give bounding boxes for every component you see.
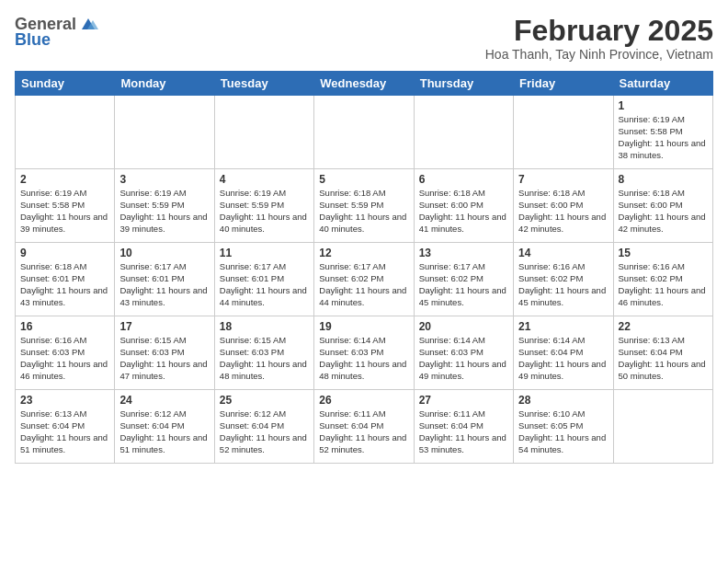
day-number: 13: [419, 247, 508, 259]
day-info: Sunrise: 6:17 AM Sunset: 6:02 PM Dayligh…: [319, 261, 408, 308]
day-info: Sunrise: 6:17 AM Sunset: 6:02 PM Dayligh…: [419, 261, 508, 308]
day-info: Sunrise: 6:15 AM Sunset: 6:03 PM Dayligh…: [119, 335, 209, 382]
day-info: Sunrise: 6:16 AM Sunset: 6:03 PM Dayligh…: [20, 335, 109, 382]
calendar-cell: 27Sunrise: 6:11 AM Sunset: 6:04 PM Dayli…: [414, 390, 513, 464]
title-block: February 2025 Hoa Thanh, Tay Ninh Provin…: [485, 15, 713, 62]
calendar-cell: 3Sunrise: 6:19 AM Sunset: 5:59 PM Daylig…: [115, 169, 214, 243]
calendar-cell: 10Sunrise: 6:17 AM Sunset: 6:01 PM Dayli…: [115, 243, 214, 316]
calendar-cell: 2Sunrise: 6:19 AM Sunset: 5:58 PM Daylig…: [16, 169, 115, 243]
day-number: 10: [119, 247, 209, 259]
day-info: Sunrise: 6:17 AM Sunset: 6:01 PM Dayligh…: [119, 261, 209, 308]
day-info: Sunrise: 6:19 AM Sunset: 5:59 PM Dayligh…: [119, 188, 209, 235]
day-number: 2: [20, 173, 109, 186]
day-number: 23: [20, 394, 109, 407]
day-number: 25: [220, 394, 309, 407]
week-row-2: 2Sunrise: 6:19 AM Sunset: 5:58 PM Daylig…: [16, 169, 713, 243]
day-number: 3: [119, 173, 209, 186]
calendar-cell: 16Sunrise: 6:16 AM Sunset: 6:03 PM Dayli…: [16, 316, 115, 390]
week-row-1: 1Sunrise: 6:19 AM Sunset: 5:58 PM Daylig…: [16, 96, 713, 169]
calendar-cell: 25Sunrise: 6:12 AM Sunset: 6:04 PM Dayli…: [214, 390, 313, 464]
logo: General Blue: [15, 15, 98, 50]
calendar-cell: 15Sunrise: 6:16 AM Sunset: 6:02 PM Dayli…: [613, 243, 712, 316]
calendar-cell: 24Sunrise: 6:12 AM Sunset: 6:04 PM Dayli…: [115, 390, 214, 464]
day-info: Sunrise: 6:15 AM Sunset: 6:03 PM Dayligh…: [220, 335, 309, 382]
day-info: Sunrise: 6:19 AM Sunset: 5:58 PM Dayligh…: [20, 188, 109, 235]
calendar-cell: [613, 390, 712, 464]
weekday-header-monday: Monday: [115, 72, 214, 96]
day-info: Sunrise: 6:16 AM Sunset: 6:02 PM Dayligh…: [518, 261, 608, 308]
calendar-cell: 26Sunrise: 6:11 AM Sunset: 6:04 PM Dayli…: [314, 390, 414, 464]
weekday-header-wednesday: Wednesday: [314, 72, 414, 96]
calendar-cell: 28Sunrise: 6:10 AM Sunset: 6:05 PM Dayli…: [514, 390, 613, 464]
day-number: 8: [619, 173, 708, 186]
day-number: 5: [319, 173, 408, 186]
calendar-cell: [414, 96, 513, 169]
calendar-cell: 11Sunrise: 6:17 AM Sunset: 6:01 PM Dayli…: [214, 243, 313, 316]
weekday-header-row: SundayMondayTuesdayWednesdayThursdayFrid…: [16, 72, 713, 96]
day-number: 9: [20, 247, 109, 259]
day-info: Sunrise: 6:14 AM Sunset: 6:03 PM Dayligh…: [419, 335, 508, 382]
day-info: Sunrise: 6:19 AM Sunset: 5:58 PM Dayligh…: [619, 114, 708, 161]
week-row-5: 23Sunrise: 6:13 AM Sunset: 6:04 PM Dayli…: [16, 390, 713, 464]
day-number: 15: [619, 247, 708, 259]
day-number: 1: [619, 99, 708, 112]
calendar-cell: 14Sunrise: 6:16 AM Sunset: 6:02 PM Dayli…: [514, 243, 613, 316]
day-number: 16: [20, 320, 109, 333]
calendar-cell: 21Sunrise: 6:14 AM Sunset: 6:04 PM Dayli…: [514, 316, 613, 390]
calendar-cell: 1Sunrise: 6:19 AM Sunset: 5:58 PM Daylig…: [613, 96, 712, 169]
day-info: Sunrise: 6:14 AM Sunset: 6:04 PM Dayligh…: [518, 335, 608, 382]
weekday-header-sunday: Sunday: [16, 72, 115, 96]
day-info: Sunrise: 6:10 AM Sunset: 6:05 PM Dayligh…: [518, 408, 608, 455]
calendar-cell: 5Sunrise: 6:18 AM Sunset: 5:59 PM Daylig…: [314, 169, 414, 243]
day-info: Sunrise: 6:17 AM Sunset: 6:01 PM Dayligh…: [220, 261, 309, 308]
calendar-cell: 17Sunrise: 6:15 AM Sunset: 6:03 PM Dayli…: [115, 316, 214, 390]
day-info: Sunrise: 6:12 AM Sunset: 6:04 PM Dayligh…: [119, 408, 209, 455]
calendar-cell: 4Sunrise: 6:19 AM Sunset: 5:59 PM Daylig…: [214, 169, 313, 243]
day-info: Sunrise: 6:13 AM Sunset: 6:04 PM Dayligh…: [20, 408, 109, 455]
day-number: 22: [619, 320, 708, 333]
week-row-4: 16Sunrise: 6:16 AM Sunset: 6:03 PM Dayli…: [16, 316, 713, 390]
calendar-cell: 6Sunrise: 6:18 AM Sunset: 6:00 PM Daylig…: [414, 169, 513, 243]
calendar-cell: 7Sunrise: 6:18 AM Sunset: 6:00 PM Daylig…: [514, 169, 613, 243]
logo-blue-text: Blue: [15, 30, 51, 50]
day-info: Sunrise: 6:13 AM Sunset: 6:04 PM Dayligh…: [619, 335, 708, 382]
day-info: Sunrise: 6:14 AM Sunset: 6:03 PM Dayligh…: [319, 335, 408, 382]
page-header: General Blue February 2025 Hoa Thanh, Ta…: [15, 15, 713, 62]
day-number: 6: [419, 173, 508, 186]
logo-icon: [78, 17, 98, 33]
day-info: Sunrise: 6:18 AM Sunset: 6:00 PM Dayligh…: [619, 188, 708, 235]
calendar-cell: 12Sunrise: 6:17 AM Sunset: 6:02 PM Dayli…: [314, 243, 414, 316]
calendar-cell: 13Sunrise: 6:17 AM Sunset: 6:02 PM Dayli…: [414, 243, 513, 316]
day-number: 14: [518, 247, 608, 259]
day-number: 12: [319, 247, 408, 259]
day-number: 17: [119, 320, 209, 333]
day-number: 7: [518, 173, 608, 186]
weekday-header-tuesday: Tuesday: [214, 72, 313, 96]
calendar-cell: [514, 96, 613, 169]
day-info: Sunrise: 6:16 AM Sunset: 6:02 PM Dayligh…: [619, 261, 708, 308]
calendar-cell: 20Sunrise: 6:14 AM Sunset: 6:03 PM Dayli…: [414, 316, 513, 390]
day-info: Sunrise: 6:18 AM Sunset: 5:59 PM Dayligh…: [319, 188, 408, 235]
day-number: 19: [319, 320, 408, 333]
calendar-cell: 9Sunrise: 6:18 AM Sunset: 6:01 PM Daylig…: [16, 243, 115, 316]
weekday-header-saturday: Saturday: [613, 72, 712, 96]
month-title: February 2025: [485, 15, 713, 47]
day-number: 11: [220, 247, 309, 259]
calendar-cell: 23Sunrise: 6:13 AM Sunset: 6:04 PM Dayli…: [16, 390, 115, 464]
calendar-cell: 22Sunrise: 6:13 AM Sunset: 6:04 PM Dayli…: [613, 316, 712, 390]
day-number: 26: [319, 394, 408, 407]
calendar-cell: [16, 96, 115, 169]
week-row-3: 9Sunrise: 6:18 AM Sunset: 6:01 PM Daylig…: [16, 243, 713, 316]
day-number: 27: [419, 394, 508, 407]
day-number: 4: [220, 173, 309, 186]
day-info: Sunrise: 6:19 AM Sunset: 5:59 PM Dayligh…: [220, 188, 309, 235]
day-number: 28: [518, 394, 608, 407]
day-info: Sunrise: 6:11 AM Sunset: 6:04 PM Dayligh…: [419, 408, 508, 455]
calendar-cell: [115, 96, 214, 169]
day-number: 24: [119, 394, 209, 407]
day-info: Sunrise: 6:12 AM Sunset: 6:04 PM Dayligh…: [220, 408, 309, 455]
day-info: Sunrise: 6:18 AM Sunset: 6:00 PM Dayligh…: [419, 188, 508, 235]
day-number: 18: [220, 320, 309, 333]
weekday-header-thursday: Thursday: [414, 72, 513, 96]
day-info: Sunrise: 6:11 AM Sunset: 6:04 PM Dayligh…: [319, 408, 408, 455]
